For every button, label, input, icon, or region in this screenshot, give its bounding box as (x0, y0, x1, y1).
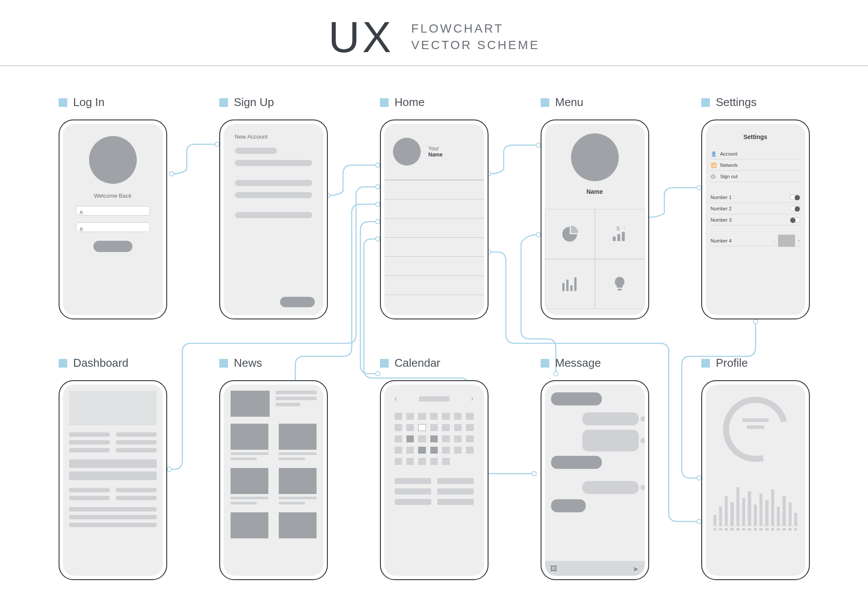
list-item[interactable] (384, 180, 484, 199)
toggle-label: Number 3 (711, 217, 732, 222)
menu-tile-ideas[interactable] (595, 259, 645, 309)
phone-frame (59, 380, 167, 580)
slider-control[interactable]: - + (774, 239, 800, 242)
svg-rect-11 (574, 277, 577, 291)
screen-label: Calendar (395, 356, 441, 370)
chat-bubble-incoming (551, 499, 586, 512)
menu-tile-growth[interactable]: $↑ (595, 209, 645, 259)
screen-label: Profile (716, 356, 748, 370)
screen-home: Home Your Name (380, 96, 488, 319)
toggle-label: Number 1 (711, 195, 732, 200)
bulb-icon (611, 275, 629, 293)
screen-profile: Profile (701, 356, 810, 580)
screen-label: Home (395, 96, 425, 109)
toggle-switch[interactable] (790, 217, 800, 222)
news-tile[interactable] (279, 468, 317, 504)
image-icon[interactable]: 🖼 (550, 565, 557, 572)
toggle-switch[interactable] (790, 206, 800, 211)
settings-link-network[interactable]: 📶 Network (711, 159, 800, 171)
phone-frame: Name $↑ (541, 119, 649, 319)
input-placeholder[interactable] (235, 192, 312, 198)
bullet-icon (701, 359, 710, 368)
calendar-event[interactable] (395, 499, 474, 505)
list-item[interactable] (384, 199, 484, 219)
input-placeholder[interactable] (235, 160, 312, 166)
news-tile[interactable] (231, 468, 268, 504)
menu-tile-analytics[interactable] (545, 209, 595, 259)
calendar-event[interactable] (395, 478, 474, 484)
phone-frame: ‹ › (380, 380, 488, 580)
chat-bubble-incoming (551, 456, 602, 469)
bullet-icon (701, 98, 710, 107)
bullet-icon (59, 359, 67, 368)
screen-label: Dashboard (73, 356, 129, 370)
user-icon: 👤 (711, 151, 716, 156)
settings-slider-row: Number 4 - + (711, 235, 800, 246)
settings-link-account[interactable]: 👤 Account (711, 148, 800, 159)
screen-menu: Menu Name $↑ (541, 96, 649, 319)
bullet-icon (219, 359, 228, 368)
profile-bar-chart (713, 487, 798, 526)
phone-frame (219, 380, 328, 580)
screen-label: Menu (555, 96, 584, 109)
chevron-left-icon[interactable]: ‹ (395, 394, 397, 403)
chevron-right-icon[interactable]: › (471, 394, 474, 403)
dashboard-line (69, 515, 157, 519)
input-placeholder[interactable] (235, 180, 312, 186)
page-header: UX FLOWCHART VECTOR SCHEME (0, 13, 868, 61)
dashboard-line (69, 523, 157, 527)
list-item[interactable] (384, 238, 484, 257)
news-tile[interactable] (279, 424, 317, 460)
svg-text:$: $ (617, 225, 620, 232)
settings-link-signout[interactable]: ⏻ Sign out (711, 171, 800, 182)
news-tile[interactable] (279, 512, 317, 538)
power-icon: ⏻ (711, 174, 716, 179)
news-tile[interactable] (231, 424, 268, 460)
message-input-bar[interactable]: 🖼 ➤ (545, 561, 645, 576)
calendar-event[interactable] (395, 488, 474, 495)
menu-tile-stats[interactable] (545, 259, 595, 309)
avatar-icon (393, 138, 421, 166)
svg-rect-2 (80, 229, 82, 231)
input-placeholder[interactable] (235, 212, 312, 218)
settings-toggle-row: Number 1 (711, 192, 800, 203)
settings-link-label: Network (720, 163, 738, 168)
phone-frame: Settings 👤 Account 📶 Network ⏻ Sign out … (701, 119, 810, 319)
screen-settings: Settings Settings 👤 Account 📶 Network ⏻ … (701, 96, 810, 319)
screen-calendar: Calendar ‹ › (380, 356, 488, 580)
list-item[interactable] (384, 257, 484, 276)
bullet-icon (59, 98, 67, 107)
input-placeholder[interactable] (235, 148, 277, 154)
calendar-grid[interactable] (395, 413, 474, 465)
phone-frame (701, 380, 810, 580)
brand-mark: UX (328, 15, 394, 59)
phone-frame: Your Name (380, 119, 488, 319)
header-line1: FLOWCHART (411, 22, 540, 36)
screen-news: News (219, 356, 328, 580)
list-item[interactable] (384, 276, 484, 295)
svg-text:↑: ↑ (623, 225, 625, 230)
pie-chart-icon (561, 225, 579, 243)
toggle-label: Number 2 (711, 206, 732, 211)
toggle-switch[interactable] (790, 195, 800, 200)
signup-submit-button[interactable] (280, 297, 315, 307)
current-day[interactable] (418, 424, 426, 431)
bullet-icon (219, 98, 228, 107)
slider-label: Number 4 (711, 238, 732, 243)
list-item[interactable] (384, 219, 484, 238)
screen-login: Log In Welcome Back (59, 96, 167, 319)
username-field[interactable] (76, 206, 150, 216)
phone-frame: Welcome Back (59, 119, 167, 319)
signup-title: New Account (235, 133, 312, 140)
status-dot-icon (640, 416, 645, 422)
svg-rect-9 (566, 279, 568, 291)
featured-article[interactable] (231, 391, 317, 417)
send-icon[interactable]: ➤ (633, 565, 640, 572)
bar-chart-icon (561, 275, 579, 293)
screen-label: Log In (73, 96, 105, 109)
home-name: Name (429, 152, 443, 158)
news-tile[interactable] (231, 512, 268, 538)
password-field[interactable] (76, 222, 150, 232)
login-button[interactable] (93, 241, 132, 252)
home-header: Your Name (384, 124, 484, 180)
